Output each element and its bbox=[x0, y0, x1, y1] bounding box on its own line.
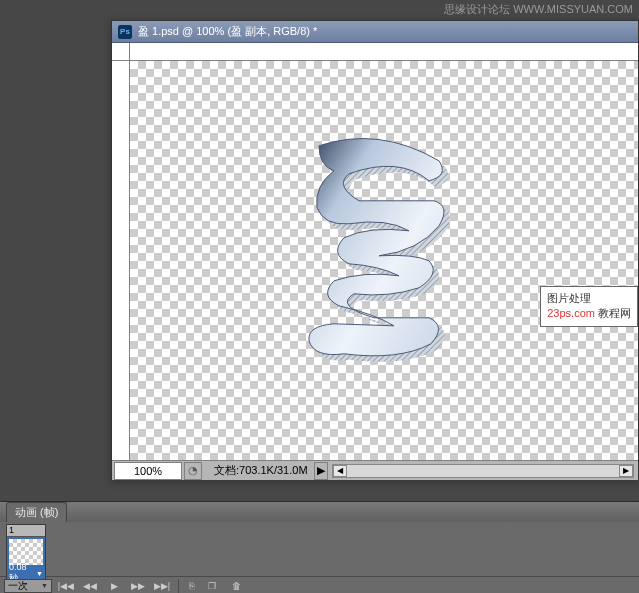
ruler-vertical[interactable] bbox=[112, 61, 130, 460]
ruler-horizontal[interactable] bbox=[130, 43, 638, 61]
ruler-corner[interactable] bbox=[112, 43, 130, 61]
animation-frames-area: 1 0.08 秒 ▼ bbox=[0, 522, 639, 576]
tween-button[interactable]: ⎘ bbox=[178, 579, 198, 593]
delete-frame-button[interactable]: 🗑 bbox=[226, 579, 246, 593]
chevron-down-icon[interactable]: ▼ bbox=[36, 570, 43, 577]
photoshop-icon: Ps bbox=[118, 25, 132, 39]
status-info-icon[interactable]: ◔ bbox=[184, 462, 202, 480]
first-frame-button[interactable]: |◀◀ bbox=[56, 579, 76, 593]
loop-selector[interactable]: 一次 ▼ bbox=[4, 579, 52, 593]
play-button[interactable]: ▶ bbox=[104, 579, 124, 593]
animation-controls: 一次 ▼ |◀◀ ◀◀ ▶ ▶▶ ▶▶| ⎘ ❐ 🗑 bbox=[0, 576, 639, 593]
status-menu-arrow[interactable]: ▶ bbox=[314, 462, 328, 480]
document-window: Ps 盈 1.psd @ 100% (盈 副本, RGB/8) * bbox=[111, 20, 639, 480]
canvas[interactable]: 图片处理 23ps.com 教程网 bbox=[130, 61, 638, 460]
document-title: 盈 1.psd @ 100% (盈 副本, RGB/8) * bbox=[138, 24, 317, 39]
scroll-right-button[interactable]: ▶ bbox=[619, 465, 633, 477]
prev-frame-button[interactable]: ◀◀ bbox=[80, 579, 100, 593]
last-frame-button[interactable]: ▶▶| bbox=[152, 579, 172, 593]
next-frame-button[interactable]: ▶▶ bbox=[128, 579, 148, 593]
artwork-character bbox=[279, 125, 489, 385]
document-size-text: 文档:703.1K/31.0M bbox=[214, 463, 308, 478]
frame-delay[interactable]: 0.08 秒 ▼ bbox=[7, 567, 45, 579]
badge-line1: 图片处理 bbox=[547, 291, 631, 306]
chevron-down-icon[interactable]: ▼ bbox=[41, 582, 48, 589]
horizontal-scrollbar[interactable]: ◀ ▶ bbox=[332, 464, 634, 478]
animation-tab[interactable]: 动画 (帧) bbox=[6, 502, 67, 522]
badge-url: 23ps.com bbox=[547, 307, 595, 319]
loop-value: 一次 bbox=[8, 579, 28, 593]
badge-suffix: 教程网 bbox=[598, 307, 631, 319]
watermark-text: 思缘设计论坛 WWW.MISSYUAN.COM bbox=[444, 2, 633, 17]
duplicate-frame-button[interactable]: ❐ bbox=[202, 579, 222, 593]
scroll-left-button[interactable]: ◀ bbox=[333, 465, 347, 477]
canvas-watermark-badge: 图片处理 23ps.com 教程网 bbox=[540, 286, 638, 327]
document-statusbar: 100% ◔ 文档:703.1K/31.0M ▶ ◀ ▶ bbox=[112, 460, 638, 480]
canvas-area: 图片处理 23ps.com 教程网 bbox=[112, 43, 638, 460]
animation-tabs: 动画 (帧) bbox=[0, 502, 639, 522]
document-titlebar[interactable]: Ps 盈 1.psd @ 100% (盈 副本, RGB/8) * bbox=[112, 21, 638, 43]
animation-frame[interactable]: 1 0.08 秒 ▼ bbox=[6, 524, 46, 580]
animation-panel: 动画 (帧) 1 0.08 秒 ▼ 一次 ▼ |◀◀ ◀◀ ▶ ▶▶ ▶▶| ⎘… bbox=[0, 501, 639, 593]
frame-number: 1 bbox=[7, 525, 45, 537]
zoom-input[interactable]: 100% bbox=[114, 462, 182, 480]
